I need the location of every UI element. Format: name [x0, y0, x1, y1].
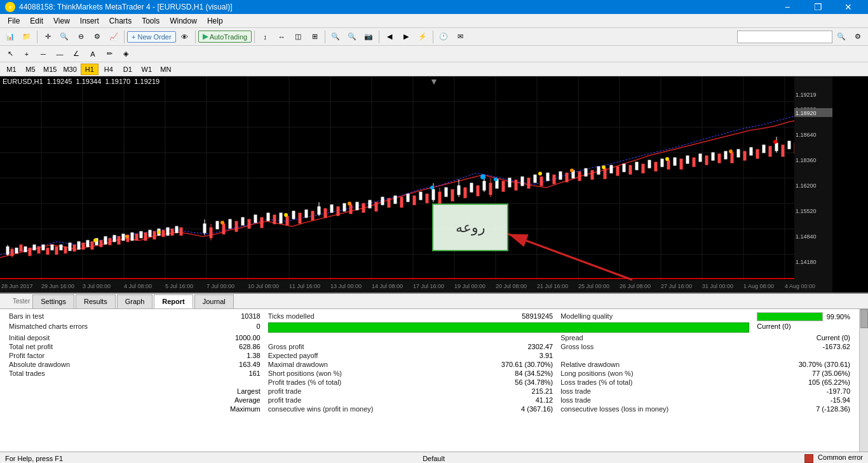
fwd-btn[interactable]: ▶	[398, 29, 414, 45]
search-button[interactable]: 🔍	[834, 29, 849, 45]
menu-tools[interactable]: Tools	[137, 14, 165, 28]
tf-mn[interactable]: MN	[157, 64, 175, 75]
svg-point-187	[430, 186, 434, 190]
svg-text:14 Jul 08:00: 14 Jul 08:00	[372, 283, 403, 289]
svg-text:13 Jul 00:00: 13 Jul 00:00	[330, 283, 362, 289]
svg-rect-161	[737, 149, 740, 157]
tab-graph[interactable]: Graph	[117, 294, 153, 308]
menu-file[interactable]: File	[3, 14, 25, 28]
svg-rect-65	[166, 228, 169, 235]
svg-text:3 Jul 00:00: 3 Jul 00:00	[83, 283, 111, 289]
tab-journal[interactable]: Journal	[194, 294, 234, 308]
screenshot[interactable]: 📷	[361, 29, 376, 45]
tb-btn-4[interactable]: ⊞	[307, 29, 322, 45]
market-watch-button[interactable]: 👁	[177, 29, 193, 45]
experts-btn[interactable]: ⚡	[415, 29, 430, 45]
tb-btn-3[interactable]: ◫	[290, 29, 306, 45]
tb-btn-1[interactable]: ↕	[257, 29, 273, 45]
value-mismatched: 0	[178, 322, 264, 333]
svg-rect-50	[100, 240, 102, 247]
new-chart-button[interactable]: 📊	[3, 29, 18, 45]
zoom-in-button[interactable]: 🔍	[57, 29, 72, 45]
svg-rect-117	[470, 183, 473, 192]
tf-m15[interactable]: M15	[41, 64, 59, 75]
hline-tool[interactable]: —	[52, 46, 67, 62]
menu-insert[interactable]: Insert	[75, 14, 104, 28]
zoom-out2[interactable]: 🔍	[344, 29, 360, 45]
svg-rect-48	[91, 242, 93, 249]
maximize-button[interactable]: ❐	[803, 0, 832, 14]
text-tool[interactable]: A	[85, 46, 100, 62]
svg-point-192	[602, 165, 606, 169]
tf-d1[interactable]: D1	[119, 64, 137, 75]
tf-w1[interactable]: W1	[138, 64, 156, 75]
tab-results[interactable]: Results	[76, 294, 116, 308]
svg-text:20 Jul 08:00: 20 Jul 08:00	[496, 283, 527, 289]
cursor-tool[interactable]: ↖	[3, 46, 18, 62]
value-consec-wins: 4 (367.16)	[456, 404, 557, 413]
svg-text:4 Aug 00:00: 4 Aug 00:00	[785, 283, 815, 289]
plus-tool[interactable]: +	[19, 46, 34, 62]
label-mismatched: Mismatched charts errors	[5, 322, 178, 333]
value-initial-deposit: 1000.00	[178, 333, 264, 342]
menu-edit[interactable]: Edit	[25, 14, 48, 28]
clock-btn[interactable]: 🕐	[436, 29, 451, 45]
chart-container[interactable]: EURUSD,H1 1.19245 1.19344 1.19170 1.1921…	[0, 76, 868, 293]
tab-settings[interactable]: Settings	[32, 294, 74, 308]
line-tool[interactable]: ─	[36, 46, 51, 62]
svg-rect-42	[64, 247, 67, 253]
tb-btn-2[interactable]: ↔	[274, 29, 289, 45]
back-btn[interactable]: ◀	[382, 29, 397, 45]
svg-point-181	[93, 238, 97, 242]
tf-h1[interactable]: H1	[81, 64, 98, 75]
open-button[interactable]: 📁	[19, 29, 34, 45]
svg-rect-129	[534, 175, 536, 183]
svg-rect-118	[477, 186, 479, 196]
close-button[interactable]: ✕	[834, 0, 863, 14]
tf-m30[interactable]: M30	[60, 64, 79, 75]
window-controls[interactable]: − ❐ ✕	[773, 0, 863, 14]
svg-text:5 Jul 16:00: 5 Jul 16:00	[165, 283, 193, 289]
search-box[interactable]: 🔍 ⚙	[737, 29, 865, 45]
minimize-button[interactable]: −	[773, 0, 802, 14]
scrollbar[interactable]	[859, 309, 868, 452]
menu-view[interactable]: View	[48, 14, 75, 28]
fib-tool[interactable]: ◈	[118, 46, 133, 62]
indicators-button[interactable]: 📈	[106, 29, 121, 45]
svg-text:25 Jul 00:00: 25 Jul 00:00	[578, 283, 609, 289]
svg-point-185	[284, 213, 288, 217]
menu-help[interactable]: Help	[202, 14, 228, 28]
zoom-fit[interactable]: 🔍	[328, 29, 343, 45]
svg-rect-40	[55, 247, 58, 254]
angle-tool[interactable]: ∠	[69, 46, 84, 62]
svg-rect-164	[756, 149, 759, 158]
svg-rect-68	[180, 228, 182, 235]
svg-text:1.18640: 1.18640	[796, 132, 817, 138]
search-input[interactable]	[737, 31, 832, 43]
tab-report[interactable]: Report	[154, 294, 193, 308]
crosshair-button[interactable]: ✛	[40, 29, 55, 45]
draw-tool[interactable]: ✏	[102, 46, 117, 62]
tf-m5[interactable]: M5	[22, 64, 39, 75]
svg-text:1.14840: 1.14840	[796, 233, 817, 240]
chart-close: 1.19219	[134, 78, 159, 85]
menu-charts[interactable]: Charts	[104, 14, 137, 28]
svg-text:1.16200: 1.16200	[796, 183, 817, 189]
svg-text:27 Jul 16:00: 27 Jul 16:00	[661, 283, 692, 289]
zoom-out-button[interactable]: ⊖	[73, 29, 88, 45]
properties-button[interactable]: ⚙	[90, 29, 105, 45]
separator-7	[433, 31, 433, 43]
tf-m1[interactable]: M1	[3, 64, 20, 75]
scrollbar-thumb[interactable]	[860, 309, 868, 328]
tf-h4[interactable]: H4	[100, 64, 118, 75]
autotrading-button[interactable]: ▶ AutoTrading	[198, 31, 252, 43]
svg-rect-112	[445, 188, 447, 197]
settings-button[interactable]: ⚙	[850, 29, 865, 45]
new-order-button[interactable]: + New Order	[127, 31, 176, 43]
scroll-indicator[interactable]: ▼	[430, 76, 438, 86]
label-loss-trades: Loss trades (% of total)	[557, 378, 753, 387]
email-btn[interactable]: ✉	[452, 29, 468, 45]
table-row: Initial deposit 1000.00 Spread Current (…	[5, 333, 854, 342]
menu-window[interactable]: Window	[165, 14, 202, 28]
separator-4	[254, 31, 255, 43]
